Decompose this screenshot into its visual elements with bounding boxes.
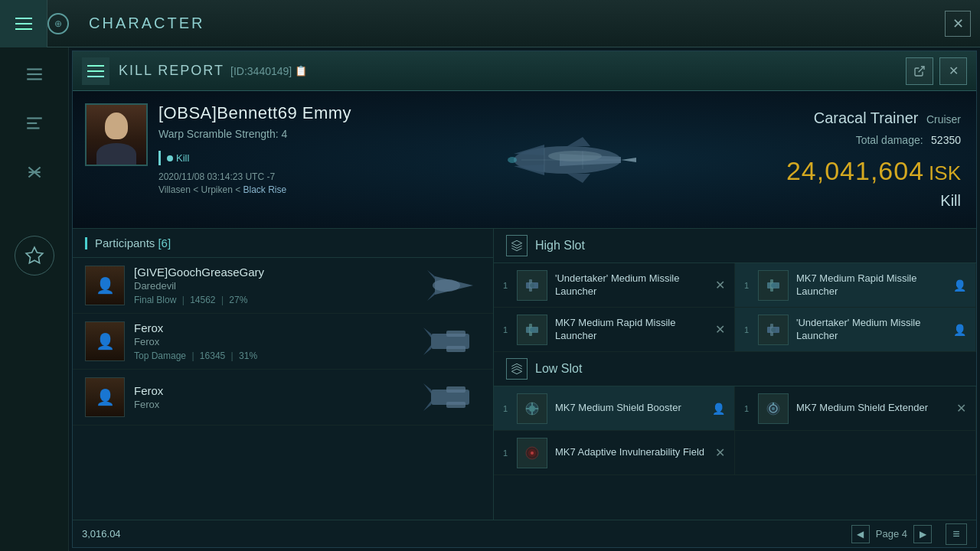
slot-item-name: MK7 Medium Shield Booster (555, 402, 707, 415)
svg-marker-15 (514, 145, 544, 155)
avatar-image (87, 105, 146, 165)
ship-name-line: Caracal Trainer Cruiser (814, 109, 961, 127)
hamburger-button[interactable] (0, 0, 47, 47)
slot-item-icon (758, 315, 789, 345)
pct-val-2: 31% (239, 350, 257, 361)
filter-button[interactable]: ≡ (946, 523, 967, 545)
low-slot-header: Low Slot (494, 352, 976, 386)
slot-number: 1 (744, 325, 752, 334)
slot-item: 1 'Undertaker' Medium Missile Launcher ✕ (494, 263, 735, 308)
slot-item-active: 1 'Undertaker' Medium Missile Launcher 👤 (735, 308, 976, 352)
hamburger-icon (15, 18, 32, 30)
slot-number: 1 (744, 281, 752, 290)
top-close-button[interactable]: ✕ (945, 11, 971, 37)
kill-report-body: Participants [6] 👤 [GIVE]GoochGreaseGary… (73, 229, 976, 520)
role-label-2: Top Damage (134, 350, 186, 361)
ship-name: Caracal Trainer (814, 109, 919, 126)
slot-item-name: MK7 Medium Shield Extender (796, 402, 952, 415)
ship-display (364, 91, 771, 228)
high-slot-section: High Slot 1 (494, 229, 976, 352)
kr-menu-button[interactable] (82, 57, 109, 85)
slot-item-name: MK7 Medium Rapid Missile Launcher (555, 317, 710, 343)
participant-item: 👤 [GIVE]GoochGreaseGary Daredevil Final … (73, 258, 493, 314)
slot-item-active: 1 MK7 Medium Rapid Missile Launcher 👤 (735, 263, 976, 308)
svg-marker-31 (423, 345, 431, 355)
participants-list: 👤 [GIVE]GoochGreaseGary Daredevil Final … (73, 258, 493, 520)
participant-ship-image-3 (420, 378, 481, 416)
svg-marker-36 (423, 401, 431, 411)
sidebar-item-menu[interactable] (15, 55, 54, 93)
slot-item-remove[interactable]: ✕ (956, 401, 966, 416)
participant-ship-2: Ferox (134, 336, 420, 347)
sidebar-item-nav[interactable] (15, 104, 54, 142)
ship-image (483, 110, 652, 210)
slot-item: 1 MK7 Medium Shield Extender ✕ (735, 386, 976, 431)
participants-title: Participants [6] (73, 229, 493, 258)
pilot-warp-scramble: Warp Scramble Strength: 4 (158, 128, 351, 140)
slot-item-remove[interactable]: ✕ (715, 445, 725, 460)
location-text: Villasen < Urpiken < (158, 184, 243, 195)
slot-item-icon (758, 393, 789, 424)
participant-info-3: Ferox Ferox (134, 384, 420, 410)
page-navigation: ◀ Page 4 ▶ ≡ (851, 523, 967, 545)
isk-label: ISK (929, 161, 961, 185)
next-page-button[interactable]: ▶ (913, 525, 932, 543)
participant-ship-image-2 (420, 322, 481, 360)
high-slot-icon (506, 235, 528, 256)
kr-close-button[interactable]: ✕ (939, 57, 967, 85)
high-slot-header: High Slot (494, 229, 976, 263)
low-slot-icon (506, 358, 528, 380)
low-slot-title: Low Slot (535, 362, 582, 376)
svg-rect-33 (446, 346, 466, 352)
high-slot-grid: 1 'Undertaker' Medium Missile Launcher ✕ (494, 263, 976, 352)
slot-item-active: 1 MK7 Medium Shield Booster 👤 (494, 386, 735, 431)
svg-point-44 (771, 283, 776, 288)
slot-item-person-icon: 👤 (712, 403, 725, 415)
kill-report-panel: KILL REPORT [ID:3440149] 📋 ✕ (72, 51, 977, 548)
slot-item-remove[interactable]: ✕ (715, 278, 725, 292)
svg-point-59 (531, 452, 534, 455)
sidebar-item-combat[interactable] (15, 153, 54, 191)
sidebar-item-star[interactable] (15, 236, 54, 276)
slot-item-name: 'Undertaker' Medium Missile Launcher (796, 317, 949, 343)
low-slot-section: Low Slot 1 (494, 352, 976, 475)
svg-marker-27 (427, 270, 435, 279)
slot-item-remove[interactable]: ✕ (715, 322, 725, 337)
participant-ship-1: Daredevil (134, 280, 420, 292)
bottom-value: 3,016.04 (82, 528, 121, 540)
kill-location: Villasen < Urpiken < Black Rise (158, 184, 351, 195)
slot-number: 1 (503, 325, 511, 334)
slot-item-icon (517, 315, 547, 345)
ship-stats: Caracal Trainer Cruiser Total damage: 52… (771, 91, 976, 228)
slot-item-icon (517, 393, 547, 424)
svg-line-12 (919, 67, 924, 72)
slot-item-empty (735, 431, 976, 475)
kr-copy-icon[interactable]: 📋 (295, 65, 307, 77)
prev-page-button[interactable]: ◀ (851, 525, 870, 543)
pilot-section: [OBSA]Bennett69 Emmy Warp Scramble Stren… (73, 91, 364, 228)
kr-external-link-button[interactable] (906, 57, 933, 85)
page-label: Page 4 (876, 528, 907, 540)
top-bar: ⊕ CHARACTER ✕ (0, 0, 980, 47)
svg-rect-32 (446, 331, 466, 337)
pilot-name: [OBSA]Bennett69 Emmy (158, 103, 351, 123)
total-damage-value: 52350 (931, 134, 961, 146)
participant-name-1: [GIVE]GoochGreaseGary (134, 266, 420, 279)
isk-line: 24,041,604 ISK (786, 150, 961, 186)
kill-result-label: Kill (940, 192, 961, 210)
pilot-info: [OBSA]Bennett69 Emmy Warp Scramble Stren… (158, 103, 351, 195)
kill-info-section: [OBSA]Bennett69 Emmy Warp Scramble Stren… (73, 91, 976, 229)
participant-item-2: 👤 Ferox Ferox Top Damage | 16345 | 31% (73, 314, 493, 370)
slot-item-name: MK7 Adaptive Invulnerability Field (555, 446, 710, 459)
svg-point-50 (771, 328, 776, 332)
slot-item: 1 MK7 Adaptive Invulnerability Field ✕ (494, 431, 735, 475)
participant-info-1: [GIVE]GoochGreaseGary Daredevil Final Bl… (134, 266, 420, 305)
participants-count: [6] (158, 236, 171, 249)
kill-report-bottom: 3,016.04 ◀ Page 4 ▶ ≡ (73, 520, 976, 547)
svg-point-55 (772, 407, 775, 410)
svg-marker-20 (567, 137, 590, 146)
participant-name-3: Ferox (134, 384, 420, 397)
slot-item-name: 'Undertaker' Medium Missile Launcher (555, 272, 710, 298)
character-icon: ⊕ (47, 13, 69, 34)
svg-marker-16 (514, 165, 544, 175)
